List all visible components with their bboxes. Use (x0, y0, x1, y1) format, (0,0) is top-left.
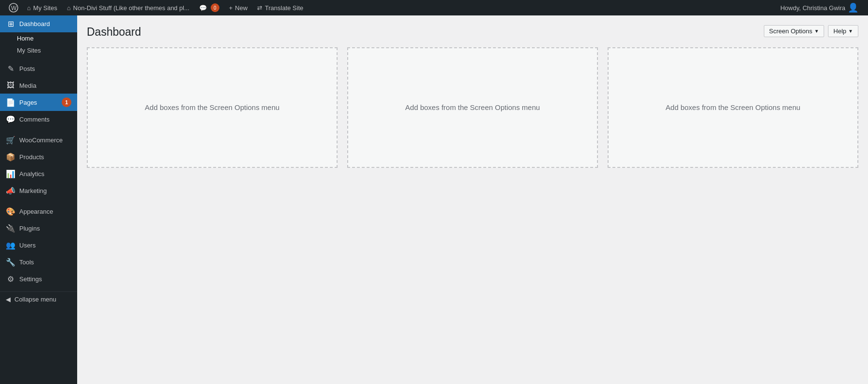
translate-icon: ⇄ (257, 4, 262, 12)
site-icon: ⌂ (67, 4, 71, 12)
wp-logo[interactable]: W (5, 0, 22, 15)
tools-icon: 🔧 (6, 258, 15, 267)
sidebar-item-dashboard[interactable]: ⊞ Dashboard (0, 15, 77, 32)
sidebar-item-media[interactable]: 🖼 Media (0, 77, 77, 94)
adminbar-my-sites[interactable]: ⌂ My Sites (22, 0, 62, 15)
dashboard-icon: ⊞ (6, 19, 15, 28)
sidebar-item-products[interactable]: 📦 Products (0, 149, 77, 165)
adminbar-translate[interactable]: ⇄ Translate Site (252, 0, 308, 15)
screen-options-caret: ▼ (814, 28, 819, 34)
user-avatar-icon: 👤 (848, 2, 858, 13)
help-button[interactable]: Help ▼ (828, 25, 858, 37)
comments-icon: 💬 (199, 4, 207, 12)
dashboard-box-1: Add boxes from the Screen Options menu (87, 47, 338, 168)
page-title: Dashboard (87, 25, 141, 40)
adminbar-site-name[interactable]: ⌂ Non-Divi Stuff (Like other themes and … (62, 0, 194, 15)
plugins-icon: 🔌 (6, 224, 15, 233)
plus-icon: + (229, 4, 233, 12)
posts-icon: ✎ (6, 64, 15, 73)
sidebar-item-appearance[interactable]: 🎨 Appearance (0, 203, 77, 220)
products-icon: 📦 (6, 152, 15, 162)
admin-bar: W ⌂ My Sites ⌂ Non-Divi Stuff (Like othe… (0, 0, 868, 15)
sidebar-item-comments[interactable]: 💬 Comments (0, 111, 77, 128)
sidebar-item-analytics[interactable]: 📊 Analytics (0, 165, 77, 182)
page-header-row: Dashboard Screen Options ▼ Help ▼ (87, 25, 858, 40)
settings-icon: ⚙ (6, 274, 15, 284)
sidebar-submenu-dashboard: Home My Sites (0, 32, 77, 56)
analytics-icon: 📊 (6, 169, 15, 178)
screen-options-button[interactable]: Screen Options ▼ (764, 25, 825, 37)
sidebar: ⊞ Dashboard Home My Sites ✎ Posts 🖼 Medi… (0, 15, 77, 384)
adminbar-user-greeting[interactable]: Howdy, Christina Gwira 👤 (775, 0, 863, 15)
dashboard-grid: Add boxes from the Screen Options menu A… (87, 47, 858, 168)
sidebar-item-my-sites[interactable]: My Sites (0, 44, 77, 56)
sidebar-item-woocommerce[interactable]: 🛒 WooCommerce (0, 132, 77, 149)
dashboard-box-3: Add boxes from the Screen Options menu (608, 47, 858, 168)
adminbar-new[interactable]: + New (224, 0, 253, 15)
woocommerce-icon: 🛒 (6, 136, 15, 145)
collapse-menu-button[interactable]: ◀ Collapse menu (0, 291, 77, 307)
comments-menu-icon: 💬 (6, 115, 15, 124)
sidebar-item-settings[interactable]: ⚙ Settings (0, 271, 77, 288)
sidebar-item-plugins[interactable]: 🔌 Plugins (0, 220, 77, 237)
users-icon: 👥 (6, 241, 15, 250)
header-buttons: Screen Options ▼ Help ▼ (764, 25, 858, 37)
sidebar-item-pages[interactable]: 📄 Pages 1 (0, 94, 77, 111)
sidebar-item-marketing[interactable]: 📣 Marketing (0, 182, 77, 199)
dashboard-box-2: Add boxes from the Screen Options menu (347, 47, 598, 168)
marketing-icon: 📣 (6, 186, 15, 195)
pages-icon: 📄 (6, 98, 15, 107)
comments-count: 0 (211, 3, 219, 12)
sidebar-item-posts[interactable]: ✎ Posts (0, 60, 77, 77)
svg-text:W: W (11, 5, 17, 12)
media-icon: 🖼 (6, 81, 15, 90)
adminbar-comments[interactable]: 💬 0 (194, 0, 224, 15)
appearance-icon: 🎨 (6, 207, 15, 216)
sidebar-item-home[interactable]: Home (0, 32, 77, 44)
pages-badge: 1 (62, 97, 71, 107)
main-content: Dashboard Screen Options ▼ Help ▼ Add bo… (77, 15, 868, 384)
sidebar-item-tools[interactable]: 🔧 Tools (0, 254, 77, 271)
collapse-icon: ◀ (6, 296, 11, 303)
help-caret: ▼ (848, 28, 853, 34)
house-icon: ⌂ (27, 4, 31, 12)
sidebar-item-users[interactable]: 👥 Users (0, 237, 77, 254)
